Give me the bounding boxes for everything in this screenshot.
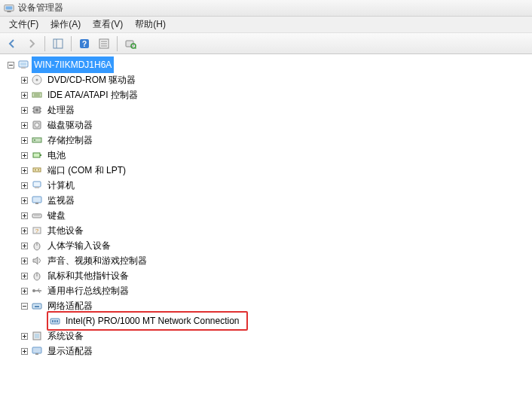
app-icon [3,2,15,14]
computer-icon [31,179,43,191]
tree-node-label[interactable]: 端口 (COM 和 LPT) [45,162,128,179]
tree-node-other[interactable]: ?其他设备 [6,223,532,238]
tree-node-label[interactable]: IDE ATA/ATAPI 控制器 [45,87,140,103]
tree-node-label[interactable]: 其他设备 [45,222,86,239]
tree-node-label[interactable]: 处理器 [45,102,77,118]
svg-rect-106 [54,320,56,322]
collapse-icon[interactable] [6,60,15,69]
tree-node-label[interactable]: 系统设备 [45,328,86,344]
expand-icon[interactable] [20,90,29,99]
tree-node-label[interactable]: 存储控制器 [45,132,95,148]
tree-node-sound[interactable]: 声音、视频和游戏控制器 [6,253,532,268]
expand-icon[interactable] [20,211,29,220]
menu-view[interactable]: 查看(V) [87,17,129,32]
storage-icon [31,134,43,146]
svg-rect-2 [7,11,11,12]
svg-rect-63 [33,182,41,187]
svg-rect-18 [21,67,26,69]
tree-root-label[interactable]: WIN-7IIKMDJ1H6A [32,56,114,73]
toolbar-separator [71,36,72,51]
window-title: 设备管理器 [18,2,63,14]
svg-rect-116 [32,347,41,353]
show-hide-tree-button[interactable] [49,35,67,52]
battery-icon [31,149,43,161]
properties-button[interactable] [95,35,113,52]
help-button[interactable]: ? [75,35,93,52]
forward-button[interactable] [23,35,41,52]
svg-rect-27 [32,93,41,97]
expand-icon[interactable] [20,105,29,114]
tree-node-disk[interactable]: 磁盘驱动器 [6,118,532,133]
svg-text:?: ? [82,40,87,48]
tree-root-row[interactable]: WIN-7IIKMDJ1H6A [6,57,532,72]
svg-line-13 [135,47,136,49]
tree-node-label[interactable]: 鼠标和其他指针设备 [45,267,131,284]
tree-node-label[interactable]: DVD/CD-ROM 驱动器 [45,72,138,88]
tree-node-monitor[interactable]: 监视器 [6,193,532,208]
expand-icon[interactable] [20,166,29,175]
tree-node-computer[interactable]: 计算机 [6,178,532,193]
menu-help[interactable]: 帮助(H) [129,17,172,32]
hid-icon [31,240,43,252]
network-icon [31,300,43,312]
tree-node-dvd[interactable]: DVD/CD-ROM 驱动器 [6,72,532,87]
tree-node-storage[interactable]: 存储控制器 [6,133,532,148]
svg-point-59 [38,169,39,171]
tree-node-label[interactable]: 电池 [45,147,68,163]
tree-node-label[interactable]: 声音、视频和游戏控制器 [45,252,149,269]
tree-node-label[interactable]: 计算机 [45,177,77,194]
tree-node-label[interactable]: 键盘 [45,207,68,224]
expand-icon[interactable] [20,346,29,356]
tree-node-label[interactable]: 通用串行总线控制器 [45,282,131,299]
tree-child-label[interactable]: Intel(R) PRO/1000 MT Network Connection [63,313,242,329]
scan-hardware-button[interactable] [121,35,139,52]
expand-icon[interactable] [20,331,29,340]
collapse-icon[interactable] [20,301,29,310]
svg-rect-57 [33,168,41,172]
tree-node-ports[interactable]: 端口 (COM 和 LPT) [6,163,532,178]
expand-icon[interactable] [20,151,29,160]
tree-node-battery[interactable]: 电池 [6,148,532,163]
tree-node-label[interactable]: 监视器 [45,192,77,209]
expand-icon[interactable] [20,241,29,250]
device-tree: WIN-7IIKMDJ1H6A DVD/CD-ROM 驱动器IDE ATA/AT… [0,54,532,362]
expand-icon[interactable] [20,121,29,130]
tree-node-label[interactable]: 磁盘驱动器 [45,117,95,133]
svg-point-23 [36,79,38,81]
tree-node-keyboard[interactable]: 键盘 [6,208,532,223]
svg-point-43 [35,123,39,127]
svg-rect-68 [32,197,41,203]
tree-node-label[interactable]: 显示适配器 [45,343,95,359]
expand-icon[interactable] [20,226,29,235]
cpu-icon [31,104,43,116]
expand-icon[interactable] [20,181,29,190]
sound-icon [31,255,43,267]
expand-icon[interactable] [20,256,29,265]
tree-node-label[interactable]: 人体学输入设备 [45,237,113,254]
tree-node-cpu[interactable]: 处理器 [6,102,532,118]
disk-icon [31,119,43,131]
tree-child-nic1[interactable]: Intel(R) PRO/1000 MT Network Connection [6,313,532,328]
toolbar-separator [44,36,45,51]
tree-node-system[interactable]: 系统设备 [6,328,532,343]
expand-icon[interactable] [20,75,29,84]
expand-icon[interactable] [20,196,29,205]
tree-node-display[interactable]: 显示适配器 [6,343,532,359]
expand-icon[interactable] [20,271,29,280]
menu-action[interactable]: 操作(A) [44,17,87,32]
expand-icon[interactable] [20,286,29,295]
expand-icon[interactable] [20,136,29,145]
tree-node-ide[interactable]: IDE ATA/ATAPI 控制器 [6,87,532,102]
tree-node-usb[interactable]: 通用串行总线控制器 [6,283,532,298]
toolbar-separator [117,36,118,51]
display-icon [31,345,43,357]
tree-node-hid[interactable]: 人体学输入设备 [6,238,532,253]
svg-rect-112 [35,334,39,338]
svg-rect-53 [40,154,41,156]
titlebar: 设备管理器 [0,0,532,17]
svg-point-48 [34,139,35,141]
tree-node-mouse[interactable]: 鼠标和其他指针设备 [6,268,532,283]
menubar: 文件(F) 操作(A) 查看(V) 帮助(H) [0,17,532,33]
back-button[interactable] [3,35,21,52]
menu-file[interactable]: 文件(F) [3,17,44,32]
